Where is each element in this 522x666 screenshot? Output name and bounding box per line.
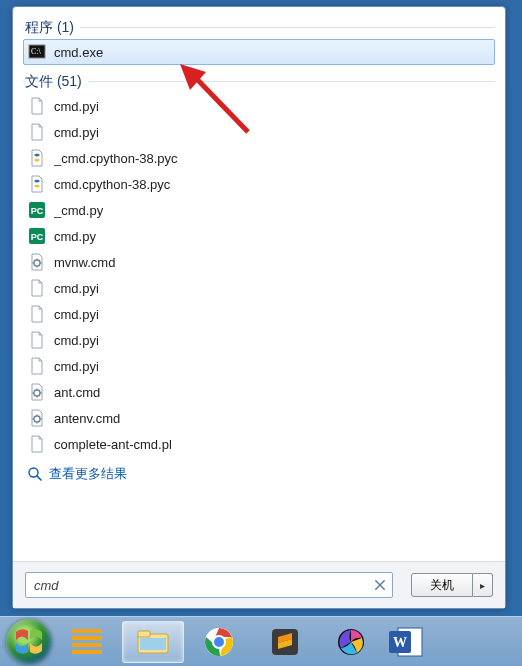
section-files-title: 文件 (51) — [25, 73, 88, 89]
svg-line-32 — [34, 421, 35, 422]
files-item[interactable]: cmd.pyi — [23, 119, 495, 145]
chevron-right-icon: ▸ — [480, 580, 485, 591]
files-item[interactable]: cmd.pyi — [23, 353, 495, 379]
pyc-icon — [28, 175, 46, 193]
files-item[interactable]: cmd.pyi — [23, 301, 495, 327]
taskbar: W — [0, 616, 522, 666]
files-item-label: cmd.pyi — [54, 99, 99, 114]
sublime-icon — [270, 627, 300, 657]
shutdown-button[interactable]: 关机 — [411, 573, 473, 597]
search-icon — [27, 466, 43, 482]
files-item[interactable]: _cmd.cpython-38.pyc — [23, 145, 495, 171]
taskbar-app-explorer[interactable] — [122, 621, 184, 663]
files-item-label: cmd.py — [54, 229, 96, 244]
see-more-results-label: 查看更多结果 — [49, 465, 127, 483]
files-item-label: complete-ant-cmd.pl — [54, 437, 172, 452]
svg-line-14 — [34, 265, 35, 266]
svg-rect-42 — [72, 643, 102, 647]
files-item[interactable]: cmd.pyi — [23, 327, 495, 353]
files-item[interactable]: cmd.pyi — [23, 93, 495, 119]
pyc-icon — [28, 149, 46, 167]
programs-item-label: cmd.exe — [54, 45, 103, 60]
search-box — [25, 572, 393, 598]
svg-line-11 — [34, 260, 35, 261]
shutdown-options-button[interactable]: ▸ — [473, 573, 493, 597]
files-item-label: cmd.pyi — [54, 333, 99, 348]
files-item-label: _cmd.cpython-38.pyc — [54, 151, 178, 166]
svg-line-23 — [34, 395, 35, 396]
section-programs-title: 程序 (1) — [25, 19, 80, 35]
section-files-header: 文件 (51) — [23, 69, 495, 93]
chrome-icon — [203, 626, 235, 658]
file-explorer-icon — [136, 628, 170, 656]
gear-icon — [28, 409, 46, 427]
file-icon — [28, 357, 46, 375]
taskbar-app-chrome[interactable] — [188, 621, 250, 663]
start-menu-bottom-bar: 关机 ▸ — [13, 561, 505, 608]
files-item-label: ant.cmd — [54, 385, 100, 400]
files-item-label: _cmd.py — [54, 203, 103, 218]
files-item[interactable]: cmd.cpython-38.pyc — [23, 171, 495, 197]
files-item[interactable]: PC_cmd.py — [23, 197, 495, 223]
clear-search-button[interactable] — [373, 578, 387, 592]
pc-icon: PC — [28, 201, 46, 219]
hamburger-lines-icon — [70, 627, 104, 657]
file-icon — [28, 97, 46, 115]
files-item[interactable]: complete-ant-cmd.pl — [23, 431, 495, 457]
svg-line-12 — [39, 265, 40, 266]
svg-line-13 — [39, 260, 40, 261]
svg-line-22 — [39, 390, 40, 391]
svg-line-20 — [34, 390, 35, 391]
color-swirl-icon — [335, 626, 367, 658]
programs-item[interactable]: C:\cmd.exe — [23, 39, 495, 65]
svg-rect-40 — [72, 629, 102, 633]
svg-rect-45 — [138, 631, 150, 637]
search-results-area: 程序 (1) C:\cmd.exe 文件 (51) cmd.pyicmd.pyi… — [13, 7, 505, 561]
files-item-label: cmd.pyi — [54, 307, 99, 322]
word-icon: W — [388, 625, 424, 659]
svg-line-31 — [39, 416, 40, 417]
svg-rect-41 — [72, 636, 102, 640]
svg-line-30 — [39, 421, 40, 422]
pc-icon: PC — [28, 227, 46, 245]
start-button[interactable] — [6, 619, 52, 665]
files-item[interactable]: mvnw.cmd — [23, 249, 495, 275]
shutdown-button-group: 关机 ▸ — [411, 573, 493, 597]
files-item-label: cmd.cpython-38.pyc — [54, 177, 170, 192]
files-item-label: cmd.pyi — [54, 125, 99, 140]
search-input[interactable] — [25, 572, 393, 598]
svg-rect-46 — [140, 638, 166, 650]
file-icon — [28, 331, 46, 349]
cmd-exe-icon: C:\ — [28, 43, 46, 61]
svg-line-29 — [34, 416, 35, 417]
svg-text:PC: PC — [31, 206, 44, 216]
files-item[interactable]: cmd.pyi — [23, 275, 495, 301]
file-icon — [28, 123, 46, 141]
files-item-label: cmd.pyi — [54, 359, 99, 374]
file-icon — [28, 279, 46, 297]
taskbar-app-lines[interactable] — [56, 621, 118, 663]
see-more-results-link[interactable]: 查看更多结果 — [23, 457, 495, 489]
file-icon — [28, 435, 46, 453]
files-item[interactable]: PCcmd.py — [23, 223, 495, 249]
svg-line-21 — [39, 395, 40, 396]
files-item[interactable]: ant.cmd — [23, 379, 495, 405]
section-programs-header: 程序 (1) — [23, 15, 495, 39]
files-item[interactable]: antenv.cmd — [23, 405, 495, 431]
svg-line-34 — [37, 476, 41, 480]
taskbar-app-browser2[interactable] — [320, 621, 382, 663]
gear-icon — [28, 253, 46, 271]
files-item-label: mvnw.cmd — [54, 255, 115, 270]
file-icon — [28, 305, 46, 323]
taskbar-app-word[interactable]: W — [386, 621, 426, 663]
taskbar-app-sublime[interactable] — [254, 621, 316, 663]
files-item-label: antenv.cmd — [54, 411, 120, 426]
start-menu-search-panel: 程序 (1) C:\cmd.exe 文件 (51) cmd.pyicmd.pyi… — [12, 6, 506, 609]
svg-rect-43 — [72, 650, 102, 654]
svg-text:C:\: C:\ — [31, 47, 42, 56]
files-item-label: cmd.pyi — [54, 281, 99, 296]
gear-icon — [28, 383, 46, 401]
svg-text:PC: PC — [31, 232, 44, 242]
svg-text:W: W — [393, 635, 407, 650]
